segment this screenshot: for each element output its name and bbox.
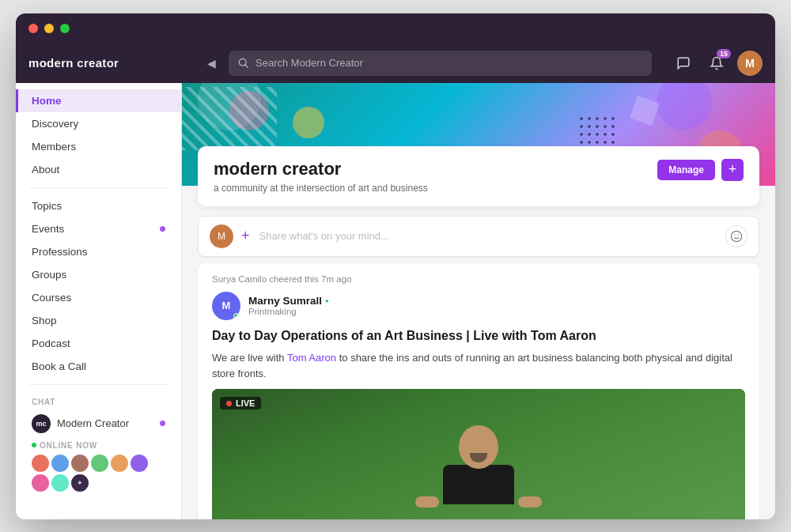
post-input-placeholder[interactable]: Share what's on your mind... — [259, 230, 717, 242]
online-avatar — [32, 455, 49, 472]
author-name: Marny Sumrall ● — [248, 295, 329, 307]
feed-post: Surya Camilo cheered this 7m ago M Marny… — [198, 263, 759, 519]
online-label: ONLINE NOW — [32, 441, 165, 450]
chat-icon — [676, 56, 691, 70]
title-bar — [16, 13, 775, 43]
sidebar-nav-item-discovery[interactable]: Discovery — [16, 112, 181, 135]
sidebar-divider-2 — [28, 384, 168, 385]
chat-unread-dot — [160, 421, 165, 426]
chat-name: Modern Creator — [57, 417, 153, 429]
svg-point-2 — [731, 231, 741, 241]
search-bar[interactable]: Search Modern Creator — [229, 51, 652, 76]
sidebar: Home Discovery Members About Topics Even — [16, 83, 182, 519]
content-area: Home Discovery Members About Topics Even — [16, 83, 775, 519]
svg-line-1 — [245, 64, 248, 67]
sidebar-nav-item-groups[interactable]: Groups — [16, 263, 181, 286]
chat-avatar: mc — [32, 414, 51, 433]
online-avatar — [51, 455, 69, 472]
sidebar-nav-item-events[interactable]: Events — [16, 217, 181, 240]
post-title: Day to Day Operations of an Art Business… — [212, 328, 745, 345]
post-link[interactable]: Tom Aaron — [287, 352, 336, 364]
sidebar-nav-item-members[interactable]: Members — [16, 135, 181, 158]
live-badge: LIVE — [220, 397, 261, 409]
live-dot — [226, 401, 232, 406]
sidebar-nav-item-professions[interactable]: Professions — [16, 240, 181, 263]
sidebar-divider — [28, 187, 168, 188]
online-avatar — [91, 455, 108, 472]
community-info: modern creator a community at the inters… — [214, 159, 428, 194]
post-video-thumbnail[interactable]: LIVE — [212, 389, 745, 519]
emoji-button[interactable] — [725, 225, 747, 247]
top-bar-actions: 15 M — [671, 51, 763, 76]
sidebar-nav-item-book-call[interactable]: Book a Call — [16, 355, 181, 378]
user-avatar-btn[interactable]: M — [737, 51, 763, 76]
sidebar-nav-item-home[interactable]: Home — [16, 89, 181, 112]
video-frame — [212, 389, 745, 519]
online-avatar-more: + — [71, 474, 89, 492]
post-body: We are live with Tom Aaron to share the … — [212, 350, 745, 381]
top-bar: modern creator ◀ Search Modern Creator — [16, 43, 775, 83]
author-info: Marny Sumrall ● Printmaking — [248, 295, 329, 316]
sidebar-nav-item-courses[interactable]: Courses — [16, 286, 181, 309]
brand-name: modern creator — [28, 56, 119, 70]
online-avatars: + — [32, 455, 165, 492]
plus-button[interactable]: + — [721, 159, 744, 181]
sidebar-nav-item-topics[interactable]: Topics — [16, 194, 181, 217]
online-avatar — [111, 455, 128, 472]
person-head — [459, 425, 498, 469]
main-feed: modern creator a community at the inters… — [182, 83, 775, 519]
post-plus-icon: + — [241, 228, 250, 244]
post-input-area[interactable]: M + Share what's on your mind... — [198, 216, 759, 257]
sidebar-nav-item-shop[interactable]: Shop — [16, 309, 181, 332]
post-user-avatar: M — [210, 224, 233, 248]
online-avatar — [71, 455, 89, 472]
app-brand: modern creator — [28, 56, 195, 70]
community-actions: Manage + — [657, 159, 744, 181]
maximize-btn[interactable] — [60, 24, 70, 33]
community-card: modern creator a community at the inters… — [198, 146, 759, 206]
post-author: M Marny Sumrall ● Printmaking — [212, 292, 745, 320]
search-placeholder: Search Modern Creator — [255, 57, 363, 69]
community-title: modern creator — [214, 159, 428, 179]
person-beard — [470, 453, 487, 462]
notification-badge: 15 — [717, 49, 731, 58]
events-dot — [160, 226, 165, 232]
person-figure — [415, 425, 542, 507]
author-online-indicator — [233, 313, 240, 319]
person-arms — [415, 496, 542, 507]
online-section: ONLINE NOW + — [16, 438, 181, 498]
person-arm-right — [518, 496, 542, 507]
chat-section-label: CHAT — [16, 391, 181, 409]
online-avatar — [51, 474, 69, 492]
online-dot — [32, 443, 36, 447]
live-label: LIVE — [236, 398, 255, 408]
main-container: modern creator ◀ Search Modern Creator — [16, 43, 775, 519]
sidebar-nav-item-podcast[interactable]: Podcast — [16, 332, 181, 355]
sidebar-nav-item-about[interactable]: About — [16, 158, 181, 181]
community-subtitle: a community at the intersection of art a… — [214, 183, 428, 194]
author-profession: Printmaking — [248, 307, 329, 316]
post-cheer: Surya Camilo cheered this 7m ago — [212, 274, 745, 284]
collapse-sidebar-btn[interactable]: ◀ — [204, 54, 219, 73]
search-icon — [238, 58, 249, 69]
online-avatar — [131, 455, 148, 472]
person-arm-left — [415, 496, 439, 507]
notifications-btn[interactable]: 15 — [704, 51, 729, 76]
emoji-icon — [730, 230, 743, 243]
author-avatar: M — [212, 292, 240, 320]
manage-button[interactable]: Manage — [657, 160, 715, 180]
app-window: modern creator ◀ Search Modern Creator — [16, 13, 775, 519]
online-avatar — [32, 474, 49, 492]
messages-btn[interactable] — [671, 51, 696, 76]
minimize-btn[interactable] — [44, 24, 54, 33]
chat-item-modern-creator[interactable]: mc Modern Creator — [16, 409, 181, 438]
author-online-dot-label: ● — [325, 297, 329, 304]
close-btn[interactable] — [28, 24, 38, 33]
